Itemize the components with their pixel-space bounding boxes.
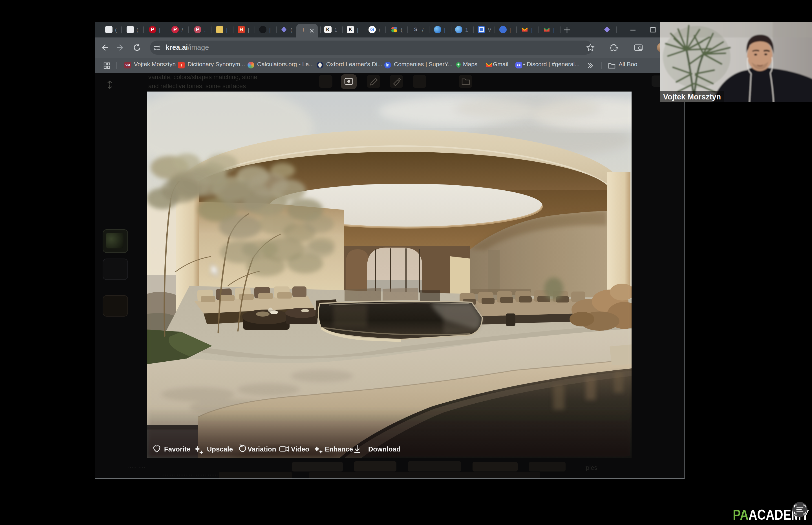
svg-text:Vojtek Morsztyn: Vojtek Morsztyn [663,93,721,101]
svg-text:G: G [370,27,374,32]
